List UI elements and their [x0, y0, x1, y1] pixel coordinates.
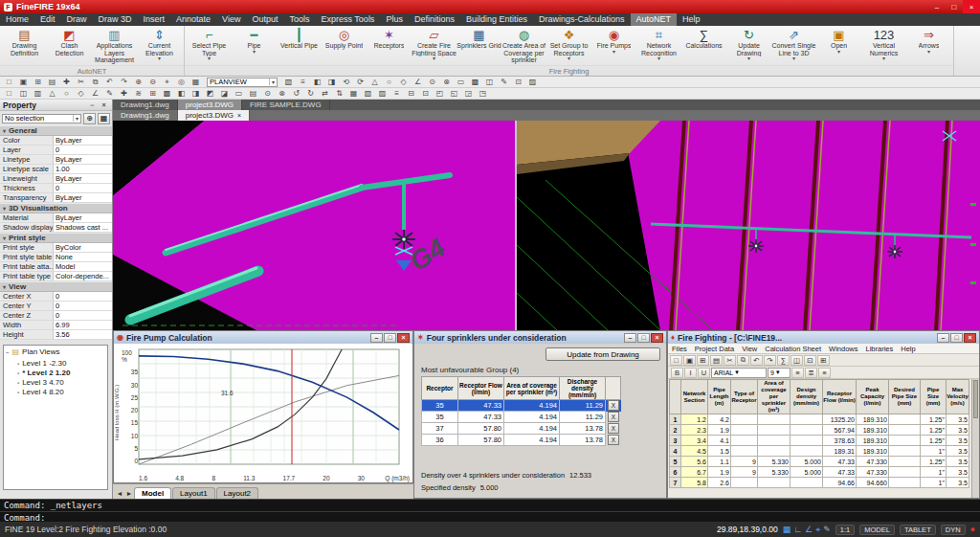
property-value[interactable]: 0 — [53, 311, 112, 320]
menu-item[interactable]: Express Tools — [316, 13, 381, 26]
menu-item[interactable]: AutoNET — [631, 13, 678, 26]
toolbar-icon[interactable]: ↶ — [102, 77, 117, 87]
ribbon-button[interactable]: ▣ Open ▾ — [816, 27, 861, 65]
toolbar-icon[interactable]: ⇄ — [318, 88, 332, 99]
design-density-cell[interactable]: 5.000 — [791, 457, 823, 467]
remove-row-button[interactable]: X — [608, 412, 619, 422]
desired-pipe-size-cell[interactable] — [889, 446, 921, 457]
format-button[interactable]: B — [671, 368, 683, 378]
align-button[interactable]: ≡ — [791, 368, 804, 378]
view-dropdown[interactable]: PLANVIEW ▾ — [207, 78, 278, 87]
receptor-type-cell[interactable]: 9 — [731, 467, 758, 478]
toolbar-icon[interactable]: ⊕ — [131, 77, 145, 87]
ribbon-button[interactable]: ⌗ Network Recognition ▾ — [636, 27, 681, 65]
section-header-3d-visualisation[interactable]: ▾ 3D Visualisation — [0, 203, 112, 213]
toolbar-icon[interactable]: ⊡ — [511, 77, 525, 87]
table-row[interactable]: 1 1.2 4.2 1325.20 189.310 1.25" 3.5 — [670, 414, 969, 425]
menu-item[interactable]: Project Data — [691, 344, 738, 353]
receptor-flow-cell[interactable]: 47.33 — [823, 467, 857, 478]
toolbar-icon[interactable]: ◱ — [447, 88, 461, 99]
peak-capacity-cell[interactable]: 189.310 — [857, 414, 889, 425]
menu-item[interactable]: Plus — [380, 13, 409, 26]
coverage-area-cell[interactable] — [758, 436, 791, 446]
ribbon-button[interactable]: ▱ Create Fire Fighting Space ▾ — [412, 27, 457, 65]
flow-cell[interactable]: 57.80 — [458, 435, 504, 446]
layout-tabs-prev-icon[interactable]: ◄ — [115, 490, 124, 499]
plan-view-level-item[interactable]: ▪ * Level 2 1.20 — [4, 368, 107, 377]
network-section-cell[interactable]: 5.6 — [681, 457, 708, 467]
plan-view-level-item[interactable]: ▪ Level 4 8.20 — [4, 387, 107, 396]
align-button[interactable]: ≡ — [818, 368, 831, 378]
menu-item[interactable]: Tools — [284, 13, 316, 26]
menu-item[interactable]: Building Entities — [460, 13, 533, 26]
property-value[interactable]: ByLayer — [53, 193, 112, 202]
toolbar-icon[interactable]: ◲ — [461, 88, 476, 99]
pipe-size-cell[interactable]: 1.25" — [921, 436, 947, 446]
toolbar-icon[interactable]: ⊞ — [145, 88, 160, 99]
menu-item[interactable]: Windows — [825, 344, 861, 353]
design-density-cell[interactable] — [791, 446, 823, 457]
toolbar-icon[interactable]: ⊗ — [275, 88, 289, 99]
menu-item[interactable]: Help — [897, 344, 919, 353]
remove-row-button[interactable]: X — [608, 400, 619, 411]
close-icon[interactable]: × — [651, 333, 663, 343]
menu-item[interactable]: Libraries — [861, 344, 897, 353]
property-value[interactable]: 3.56 — [53, 330, 112, 339]
drawing-tab[interactable]: FIRE SAMPLE.DWG — [242, 100, 330, 110]
minimize-icon[interactable]: – — [937, 333, 949, 343]
chevron-down-icon[interactable]: ▾ — [882, 56, 885, 61]
chevron-down-icon[interactable]: ▾ — [253, 50, 256, 55]
menu-item[interactable]: Draw 3D — [93, 13, 138, 26]
chevron-down-icon[interactable]: ▾ — [208, 56, 211, 61]
toolbar-icon[interactable]: ⊞ — [817, 355, 830, 366]
property-value[interactable]: Model — [53, 262, 112, 271]
area-cell[interactable]: 4.194 — [504, 435, 560, 446]
align-button[interactable]: ≣ — [805, 368, 817, 378]
quick-select-icon[interactable]: ⊕ — [83, 113, 96, 124]
maximize-icon[interactable]: □ — [946, 0, 963, 13]
max-velocity-cell[interactable]: 3.5 — [947, 425, 969, 436]
layout-tab[interactable]: Layout1 — [172, 487, 214, 499]
pipe-size-cell[interactable]: 1.25" — [921, 425, 947, 436]
property-value[interactable]: ByLayer — [53, 155, 112, 164]
toggle-pickadd-icon[interactable]: ▦ — [98, 113, 110, 124]
pipe-length-cell[interactable]: 1.9 — [708, 425, 731, 436]
close-icon[interactable]: × — [237, 110, 241, 121]
toolbar-icon[interactable]: ✂ — [724, 355, 736, 366]
chevron-down-icon[interactable]: ▾ — [612, 50, 615, 55]
toolbar-icon[interactable]: ✎ — [102, 88, 117, 99]
max-velocity-cell[interactable]: 3.5 — [947, 478, 969, 488]
ribbon-button[interactable]: ▤ Drawing Definition ▾ — [2, 27, 47, 65]
network-section-cell[interactable]: 4.5 — [681, 446, 708, 457]
ribbon-button[interactable]: ┃ Vertical Pipe ▾ — [277, 27, 322, 65]
toolbar-icon[interactable]: ◩ — [203, 88, 217, 99]
ribbon-button[interactable]: ↻ Update Drawing ▾ — [726, 27, 771, 65]
coverage-area-cell[interactable]: 5.330 — [758, 467, 791, 478]
chevron-down-icon[interactable]: ▾ — [747, 56, 750, 61]
toolbar-icon[interactable]: ▩ — [160, 88, 174, 99]
desired-pipe-size-cell[interactable] — [889, 467, 921, 478]
desired-pipe-size-cell[interactable] — [889, 414, 921, 425]
network-section-cell[interactable]: 5.8 — [681, 478, 708, 488]
status-toggle-icon[interactable]: ▦ — [783, 525, 791, 535]
table-row[interactable]: 35 47.33 4.194 11.29 X — [422, 412, 621, 423]
layout-tabs-next-icon[interactable]: ► — [124, 490, 134, 499]
network-section-cell[interactable]: 1.2 — [681, 414, 708, 425]
table-row[interactable]: 36 57.80 4.194 13.78 X — [422, 435, 621, 446]
desired-pipe-size-cell[interactable] — [889, 478, 921, 488]
property-value[interactable]: 0 — [53, 184, 112, 192]
area-cell[interactable]: 4.194 — [504, 400, 560, 412]
toolbar-icon[interactable]: ≡ — [390, 88, 404, 99]
chevron-down-icon[interactable]: ▾ — [837, 50, 840, 55]
receptor-flow-cell[interactable]: 189.31 — [823, 446, 857, 457]
toolbar-icon[interactable]: ◎ — [174, 77, 189, 87]
menu-item[interactable]: Help — [677, 13, 706, 26]
status-toggle-icon[interactable]: ∠ — [805, 525, 813, 535]
max-velocity-cell[interactable]: 3.5 — [947, 457, 969, 467]
property-value[interactable]: 0 — [53, 292, 112, 301]
toolbar-icon[interactable]: ▥ — [31, 88, 45, 99]
toolbar-icon[interactable]: ⊙ — [260, 88, 275, 99]
toolbar-icon[interactable]: □ — [670, 355, 682, 366]
pipe-size-cell[interactable]: 1" — [921, 467, 947, 478]
density-cell[interactable]: 11.29 — [560, 400, 606, 412]
